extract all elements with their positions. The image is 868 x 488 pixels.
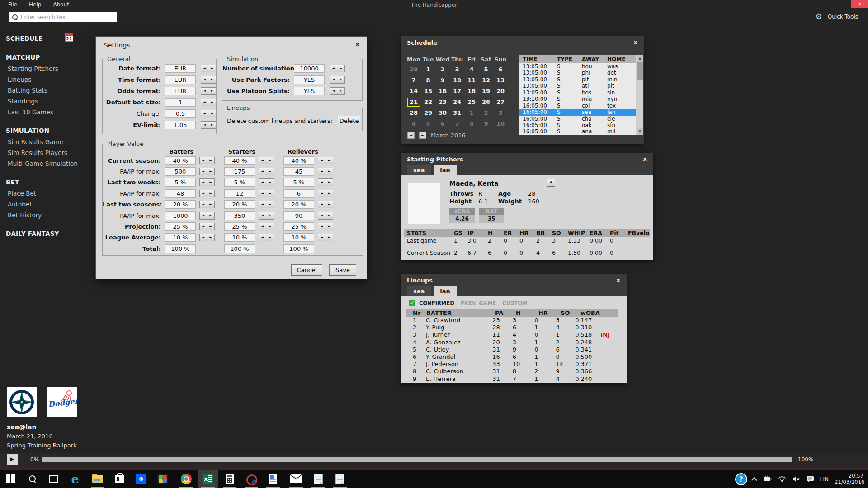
tray-expand-icon[interactable] xyxy=(751,477,757,483)
team-tab[interactable]: sea xyxy=(407,165,431,175)
game-row[interactable]: 13:05:00S phidet xyxy=(519,70,636,76)
spin-right-button[interactable] xyxy=(208,76,216,84)
snipping-tool-icon[interactable] xyxy=(241,470,261,488)
sidebar-item[interactable]: Starting Pitchers xyxy=(8,66,84,72)
notification-icon[interactable] xyxy=(806,475,814,483)
settings-value-field[interactable]: 1.05 xyxy=(165,121,196,129)
spin-right-button[interactable] xyxy=(266,223,274,230)
document-app-icon[interactable] xyxy=(263,470,283,488)
sidebar-item[interactable]: Lineups xyxy=(8,76,84,83)
game-row[interactable]: 16:05:00S anamil xyxy=(519,128,636,135)
quick-tools[interactable]: Quick Tools xyxy=(815,13,858,20)
settings-value-field[interactable]: EUR xyxy=(165,87,196,95)
games-scrollbar[interactable] xyxy=(636,55,643,135)
spin-left-button[interactable] xyxy=(199,234,207,241)
batter-row[interactable]: 2Y. Puig 286 14 0.310 xyxy=(406,324,618,331)
schedule-close-icon[interactable] xyxy=(634,39,637,46)
calendar-day[interactable]: 7 xyxy=(406,75,421,86)
search-input[interactable] xyxy=(21,14,117,20)
calendar-day[interactable]: 19 xyxy=(479,86,493,97)
calendar-day[interactable]: 6 xyxy=(435,118,450,129)
calendar-day[interactable]: 16 xyxy=(435,86,450,97)
calendar-prev-button[interactable] xyxy=(407,132,415,139)
search-box[interactable] xyxy=(9,12,117,22)
game-row[interactable]: 16:05:00S oaksfn xyxy=(519,122,636,128)
calendar-day[interactable]: 11 xyxy=(464,75,479,86)
game-row[interactable]: 13:05:00S houwas xyxy=(519,63,636,70)
batters-value-field[interactable]: 20 % xyxy=(165,200,196,209)
spin-left-button[interactable] xyxy=(199,157,207,164)
wifi-icon[interactable] xyxy=(778,476,786,482)
spin-right-button[interactable] xyxy=(326,201,333,208)
sidebar-item[interactable]: Bet History xyxy=(8,212,84,218)
sidebar-item[interactable]: Multi-Game Simulation xyxy=(8,160,84,167)
starters-value-field[interactable]: 40 % xyxy=(224,156,255,165)
spin-left-button[interactable] xyxy=(199,201,207,208)
settings-value-field[interactable]: 10000 xyxy=(294,64,325,73)
pitcher-dropdown-icon[interactable] xyxy=(547,179,555,187)
spin-left-button[interactable] xyxy=(259,168,266,175)
calendar-day[interactable]: 2 xyxy=(435,64,450,75)
calendar-day[interactable]: 4 xyxy=(406,118,421,129)
spin-right-button[interactable] xyxy=(208,110,216,117)
spin-left-button[interactable] xyxy=(318,212,326,220)
calendar-day[interactable]: 8 xyxy=(464,118,479,129)
language-indicator[interactable]: FIN xyxy=(820,476,829,482)
calendar-day[interactable]: 4 xyxy=(464,64,479,75)
settings-close-icon[interactable] xyxy=(356,41,359,47)
spin-right-button[interactable] xyxy=(326,157,333,164)
game-row[interactable]: 13:05:00S pitmin xyxy=(519,76,636,83)
calendar-day[interactable]: 9 xyxy=(435,75,450,86)
spin-right-button[interactable] xyxy=(266,201,274,208)
calendar-day[interactable]: 7 xyxy=(450,118,464,129)
spin-left-button[interactable] xyxy=(318,178,326,186)
batters-value-field[interactable]: 5 % xyxy=(165,178,196,187)
notepad-icon[interactable] xyxy=(308,470,328,488)
calendar-day[interactable]: 29 xyxy=(421,108,435,118)
sidebar-item[interactable]: Sim Results Players xyxy=(8,150,84,156)
relievers-value-field[interactable]: 6 xyxy=(283,189,314,198)
spin-right-button[interactable] xyxy=(207,223,215,230)
spin-right-button[interactable] xyxy=(266,234,274,241)
batters-value-field[interactable]: 40 % xyxy=(165,156,196,165)
relievers-value-field[interactable]: 90 xyxy=(283,211,314,220)
batters-value-field[interactable]: 10 % xyxy=(165,233,196,242)
batters-value-field[interactable]: 48 xyxy=(165,189,196,198)
calendar-day[interactable]: 31 xyxy=(450,108,464,118)
starters-value-field[interactable]: 350 xyxy=(224,211,255,220)
spin-right-button[interactable] xyxy=(326,234,333,241)
scroll-down-icon[interactable] xyxy=(637,128,643,135)
window-close-button[interactable] xyxy=(851,0,868,8)
calendar-day[interactable]: 3 xyxy=(450,64,464,75)
spin-right-button[interactable] xyxy=(208,65,216,72)
relievers-value-field[interactable]: 45 xyxy=(283,167,314,176)
calendar-day[interactable]: 23 xyxy=(435,97,450,108)
spin-left-button[interactable] xyxy=(259,201,266,208)
calendar-day[interactable]: 10 xyxy=(450,75,464,86)
calendar-day[interactable]: 12 xyxy=(479,75,493,86)
clock[interactable]: 20:5721/03/2016 xyxy=(835,473,863,485)
file-explorer-icon[interactable] xyxy=(88,470,108,488)
spin-left-button[interactable] xyxy=(201,65,208,72)
spin-right-button[interactable] xyxy=(337,87,345,95)
notepad-2-icon[interactable] xyxy=(330,470,350,488)
batters-value-field[interactable]: 25 % xyxy=(165,222,196,231)
starters-value-field[interactable]: 10 % xyxy=(224,233,255,242)
scroll-thumb[interactable] xyxy=(637,62,643,80)
game-row[interactable]: 16:05:00S chacle xyxy=(519,116,636,122)
spin-right-button[interactable] xyxy=(266,212,274,220)
chrome-icon[interactable] xyxy=(176,470,196,488)
spin-left-button[interactable] xyxy=(259,212,266,220)
batter-row[interactable]: 6Y. Grandal 166 10 0.500 xyxy=(406,353,618,361)
spin-left-button[interactable] xyxy=(199,223,207,230)
dropbox-icon[interactable] xyxy=(131,470,151,488)
confirmed-label[interactable]: CONFIRMED xyxy=(419,300,454,306)
spin-left-button[interactable] xyxy=(201,87,208,95)
settings-value-field[interactable]: 1 xyxy=(165,98,196,107)
calendar-day[interactable]: 21 xyxy=(406,97,421,108)
spin-right-button[interactable] xyxy=(207,201,215,208)
calendar-day[interactable]: 9 xyxy=(479,118,493,129)
calendar-day[interactable]: 15 xyxy=(421,86,435,97)
calendar-day[interactable]: 5 xyxy=(479,64,493,75)
lineups-close-icon[interactable] xyxy=(617,277,620,283)
